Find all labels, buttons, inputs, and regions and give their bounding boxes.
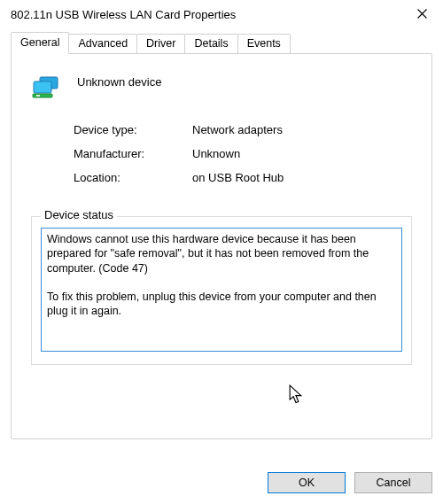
- tab-events-label: Events: [247, 37, 281, 50]
- tab-events[interactable]: Events: [237, 34, 291, 54]
- device-status-group: Device status: [31, 216, 412, 365]
- close-button[interactable]: [408, 0, 436, 28]
- tab-advanced[interactable]: Advanced: [68, 34, 137, 54]
- svg-rect-3: [36, 95, 40, 97]
- svg-rect-2: [33, 94, 52, 97]
- tab-details-label: Details: [194, 37, 228, 50]
- tabpanel-general: Unknown device Device type: Network adap…: [11, 53, 432, 439]
- ok-button-label: OK: [299, 477, 315, 489]
- tab-general-label: General: [20, 36, 59, 49]
- device-type-label: Device type:: [74, 123, 189, 136]
- tab-general[interactable]: General: [11, 32, 69, 54]
- tab-driver[interactable]: Driver: [136, 34, 185, 54]
- manufacturer-label: Manufacturer:: [74, 147, 189, 160]
- manufacturer-value: Unknown: [192, 147, 412, 160]
- monitor-icon: [31, 74, 63, 102]
- tab-advanced-label: Advanced: [78, 37, 128, 50]
- device-status-legend: Device status: [41, 208, 117, 221]
- device-name: Unknown device: [77, 72, 161, 89]
- device-status-text[interactable]: [41, 228, 402, 352]
- svg-rect-1: [34, 81, 51, 93]
- dialog-buttons: OK Cancel: [268, 472, 432, 493]
- location-label: Location:: [74, 171, 189, 184]
- titlebar: 802.11n USB Wireless LAN Card Properties: [0, 0, 443, 28]
- device-header: Unknown device: [31, 72, 412, 102]
- cancel-button-label: Cancel: [377, 477, 411, 489]
- dialog-body: General Advanced Driver Details Events U…: [0, 28, 443, 450]
- close-icon: [417, 8, 427, 21]
- tab-driver-label: Driver: [146, 37, 175, 50]
- tab-bar: General Advanced Driver Details Events: [11, 34, 432, 54]
- cancel-button[interactable]: Cancel: [354, 472, 432, 493]
- device-type-value: Network adapters: [192, 123, 412, 136]
- tab-details[interactable]: Details: [184, 34, 237, 54]
- ok-button[interactable]: OK: [268, 472, 346, 493]
- window-title: 802.11n USB Wireless LAN Card Properties: [11, 8, 236, 21]
- location-value: on USB Root Hub: [192, 171, 412, 184]
- device-info-grid: Device type: Network adapters Manufactur…: [74, 123, 412, 184]
